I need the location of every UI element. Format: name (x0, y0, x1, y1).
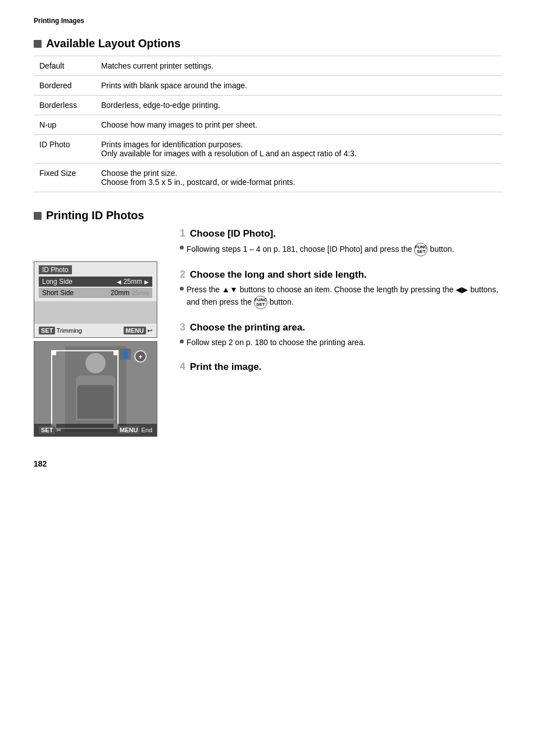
bullet-item: Press the ▲▼ buttons to choose an item. … (180, 284, 502, 309)
menu-box1: MENU (124, 327, 146, 334)
screen1-set-btn: SET Trimming (39, 327, 82, 334)
step-3-title: Choose the printing area. (190, 322, 305, 333)
table-row: N-upChoose how many images to print per … (34, 115, 502, 135)
menu-box2: MENU (117, 426, 140, 434)
layout-description: Prints with blank space around the image… (96, 76, 502, 96)
screen1-row1-label: Long Side (42, 278, 72, 286)
screen1-menu-label: ↩ (147, 327, 152, 334)
func-set-button-icon2: FUNCSET (254, 296, 267, 309)
set-box1: SET (39, 327, 55, 334)
layout-name: Borderless (34, 96, 96, 115)
section2-body: ID Photo Long Side ◀ 25mm ▶ Short Side 2… (34, 228, 502, 437)
layout-options-table: DefaultMatches current printer settings.… (34, 56, 502, 192)
bullet-dot (180, 246, 184, 250)
table-row: Fixed SizeChoose the print size.Choose f… (34, 164, 502, 192)
bullet-text: Press the ▲▼ buttons to choose an item. … (187, 284, 502, 309)
layout-description: Choose how many images to print per shee… (96, 115, 502, 135)
section2-title: Printing ID Photos (46, 209, 144, 222)
layout-description: Borderless, edge-to-edge printing. (96, 96, 502, 115)
screen2-set-btn: SET ✂ (39, 426, 61, 434)
page-number: 182 (34, 459, 502, 468)
step-1: 1Choose [ID Photo].Following steps 1 – 4… (180, 228, 502, 256)
trim-box (51, 350, 119, 429)
step-3-header: 3Choose the printing area. (180, 322, 502, 333)
layout-name: Bordered (34, 76, 96, 96)
step-4-title: Print the image. (190, 361, 262, 373)
layout-name: N-up (34, 115, 96, 135)
id-photo-screen2: + 👤 SET ✂ MENU End (34, 341, 157, 437)
step-3: 3Choose the printing area.Follow step 2 … (180, 322, 502, 348)
screen1-menu-btn: MENU ↩ (124, 327, 152, 334)
bullet-item: Following steps 1 – 4 on p. 181, choose … (180, 243, 502, 256)
step-1-number: 1 (180, 228, 185, 239)
step-1-header: 1Choose [ID Photo]. (180, 228, 502, 239)
step-2: 2Choose the long and short side length.P… (180, 269, 502, 309)
bullet-text: Following steps 1 – 4 on p. 181, choose … (187, 243, 454, 256)
bullet-item: Follow step 2 on p. 180 to choose the pr… (180, 337, 502, 348)
zoom-icon: + (134, 350, 147, 363)
screen2-set-label: ✂ (56, 427, 61, 434)
screen1-set-label: Trimming (56, 327, 81, 334)
breadcrumb: Printing Images (34, 17, 502, 27)
bullet-dot (180, 287, 184, 291)
table-row: BorderlessBorderless, edge-to-edge print… (34, 96, 502, 115)
screen2-menu-btn: MENU End (117, 426, 152, 434)
screen1-title: ID Photo (39, 265, 72, 274)
section1-icon (34, 40, 42, 48)
table-row: BorderedPrints with blank space around t… (34, 76, 502, 96)
layout-name: ID Photo (34, 135, 96, 164)
step-2-body: Press the ▲▼ buttons to choose an item. … (180, 284, 502, 309)
step-3-body: Follow step 2 on p. 180 to choose the pr… (180, 337, 502, 348)
screen2-menu-label: End (141, 427, 152, 433)
layout-name: Fixed Size (34, 164, 96, 192)
screen1-row2-dim: 25mm (131, 289, 149, 296)
section1-title: Available Layout Options (46, 37, 180, 50)
section2-icon (34, 212, 42, 220)
table-row: ID PhotoPrints images for identification… (34, 135, 502, 164)
screen2-footer: SET ✂ MENU End (34, 424, 157, 436)
instructions-panel: 1Choose [ID Photo].Following steps 1 – 4… (180, 228, 502, 437)
id-photo-screen1: ID Photo Long Side ◀ 25mm ▶ Short Side 2… (34, 261, 157, 338)
screen1-row2-label: Short Side (42, 289, 74, 297)
step-2-number: 2 (180, 269, 185, 280)
func-set-button-icon: FUNCSET (414, 243, 428, 256)
screen1-row2-value: 20mm 25mm (111, 289, 149, 297)
trim-corner-tr (113, 351, 118, 355)
bullet-dot (180, 339, 184, 343)
section2-header: Printing ID Photos (34, 209, 502, 222)
step-2-header: 2Choose the long and short side length. (180, 269, 502, 280)
layout-description: Matches current printer settings. (96, 56, 502, 76)
trim-corner-tl (52, 351, 56, 355)
section1-header: Available Layout Options (34, 37, 502, 50)
left-arrow-icon: ◀ (117, 279, 121, 285)
set-box2: SET (39, 426, 55, 434)
bullet-text: Follow step 2 on p. 180 to choose the pr… (187, 337, 365, 348)
layout-description: Choose the print size.Choose from 3.5 x … (96, 164, 502, 192)
layout-name: Default (34, 56, 96, 76)
step-3-number: 3 (180, 322, 185, 333)
step-2-title: Choose the long and short side length. (190, 269, 367, 280)
screenshots-panel: ID Photo Long Side ◀ 25mm ▶ Short Side 2… (34, 261, 163, 437)
screen1-row1-value: ◀ 25mm ▶ (117, 278, 149, 286)
table-row: DefaultMatches current printer settings. (34, 56, 502, 76)
screen1-footer: SET Trimming MENU ↩ (34, 324, 157, 337)
right-arrow-icon: ▶ (144, 279, 149, 285)
screen1-row2: Short Side 20mm 25mm (39, 288, 152, 298)
step-4-number: 4 (180, 361, 185, 373)
layout-description: Prints images for identification purpose… (96, 135, 502, 164)
step-4: 4Print the image. (180, 361, 502, 373)
step-1-title: Choose [ID Photo]. (190, 228, 276, 239)
step-4-header: 4Print the image. (180, 361, 502, 373)
step-1-body: Following steps 1 – 4 on p. 181, choose … (180, 243, 502, 256)
person-icon: 👤 (120, 348, 131, 360)
screen1-row1: Long Side ◀ 25mm ▶ (39, 277, 152, 287)
